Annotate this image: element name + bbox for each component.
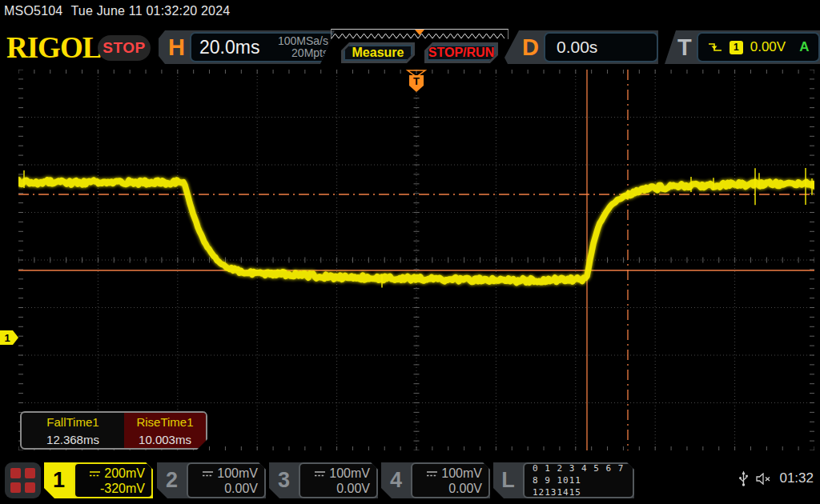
datetime: Tue June 11 01:32:20 2024 bbox=[70, 4, 230, 18]
channel-1-status-badge[interactable]: 1 200mV -320mV bbox=[44, 462, 153, 498]
measurement-1-name[interactable]: FallTime1 bbox=[22, 413, 124, 430]
menu-square-icon bbox=[25, 468, 35, 478]
channel-4-offset: 0.00V bbox=[412, 481, 482, 496]
preview-trigger-position-icon[interactable] bbox=[415, 30, 424, 35]
trigger-mode: A bbox=[799, 39, 809, 55]
acquisition-status-badge: STOP bbox=[98, 35, 151, 61]
horizontal-label: H bbox=[168, 34, 185, 61]
logic-label: L bbox=[493, 462, 523, 498]
memory-waveform-preview[interactable] bbox=[331, 29, 508, 39]
channel-2-scale: 100mV bbox=[188, 466, 258, 481]
horizontal-settings-badge[interactable]: H 20.0ms 100MSa/s 20Mpts bbox=[159, 30, 335, 64]
channel-1-number: 1 bbox=[44, 462, 74, 498]
svg-text:T: T bbox=[413, 75, 420, 87]
dc-coupling-icon bbox=[314, 470, 326, 478]
channel-4-status-badge[interactable]: 4 100mV 0.00V bbox=[381, 462, 490, 498]
delay-badge[interactable]: D 0.00s bbox=[504, 30, 658, 64]
logic-row-1: 0 1 2 3 4 5 6 7 bbox=[533, 462, 626, 474]
measurement-2-value: 10.003ms bbox=[124, 430, 206, 448]
beeper-muted-icon bbox=[755, 473, 773, 485]
trigger-panel[interactable]: 1 0.00V A bbox=[697, 32, 820, 62]
channel-2-offset: 0.00V bbox=[188, 481, 258, 496]
memory-depth: 20Mpts bbox=[291, 46, 328, 59]
sample-rate-memdepth: 100MSa/s 20Mpts bbox=[278, 35, 328, 59]
menu-square-icon bbox=[25, 482, 35, 493]
logic-row-2: 8 9 1011 12131415 bbox=[533, 474, 626, 498]
delay-value: 0.00s bbox=[557, 38, 597, 57]
waveform-display[interactable]: T bbox=[18, 70, 814, 450]
logic-channels-badge[interactable]: L 0 1 2 3 4 5 6 7 8 9 1011 12131415 bbox=[493, 462, 634, 498]
channel-1-ground-marker[interactable]: 1 bbox=[0, 330, 18, 345]
sample-rate: 100MSa/s bbox=[278, 34, 328, 47]
channel-3-number: 3 bbox=[269, 462, 299, 498]
model-name: MSO5104 bbox=[4, 4, 62, 18]
horizontal-panel[interactable]: 20.0ms 100MSa/s 20Mpts bbox=[190, 32, 335, 62]
usb-icon bbox=[738, 470, 749, 486]
menu-square-icon bbox=[10, 468, 21, 478]
channel-4-scale: 100mV bbox=[412, 466, 482, 481]
trigger-falling-edge-icon bbox=[708, 42, 722, 53]
channel-3-status-badge[interactable]: 3 100mV 0.00V bbox=[269, 462, 378, 498]
channel-2-number: 2 bbox=[157, 462, 187, 498]
timebase-value: 20.0ms bbox=[199, 37, 259, 58]
menu-square-icon bbox=[10, 482, 21, 493]
dc-coupling-icon bbox=[89, 470, 101, 478]
trigger-level-value: 0.00V bbox=[750, 39, 786, 55]
measurement-1-value: 12.368ms bbox=[22, 430, 124, 448]
measure-button[interactable]: Measure bbox=[341, 42, 415, 63]
menu-grid-button[interactable] bbox=[5, 462, 41, 498]
channel-4-number: 4 bbox=[381, 462, 411, 498]
delay-panel[interactable]: 0.00s bbox=[544, 32, 658, 62]
trigger-label: T bbox=[677, 34, 692, 61]
clock: 01:32 bbox=[779, 470, 814, 486]
channel-2-status-badge[interactable]: 2 100mV 0.00V bbox=[157, 462, 266, 498]
measurement-results-panel[interactable]: FallTime1 RiseTime1 12.368ms 10.003ms bbox=[20, 411, 207, 450]
channel-1-scale: 200mV bbox=[75, 466, 145, 481]
dc-coupling-icon bbox=[202, 470, 214, 478]
oscilloscope-screen: { "header": { "model": "MSO5104", "datet… bbox=[0, 0, 820, 504]
status-bar: MSO5104Tue June 11 01:32:20 2024 bbox=[4, 4, 230, 18]
trigger-source-badge: 1 bbox=[730, 41, 743, 54]
stop-run-button[interactable]: STOP/RUN bbox=[424, 42, 498, 63]
dc-coupling-icon bbox=[426, 470, 438, 478]
channel-1-offset: -320mV bbox=[75, 481, 145, 496]
channel-3-offset: 0.00V bbox=[300, 481, 370, 496]
channel-3-scale: 100mV bbox=[300, 466, 370, 481]
trigger-badge[interactable]: T 1 0.00V A bbox=[663, 30, 820, 64]
acquisition-status: STOP bbox=[102, 39, 145, 57]
rigol-logo: RIGOL bbox=[6, 30, 101, 65]
delay-label: D bbox=[522, 34, 539, 61]
measurement-2-name[interactable]: RiseTime1 bbox=[124, 413, 206, 430]
